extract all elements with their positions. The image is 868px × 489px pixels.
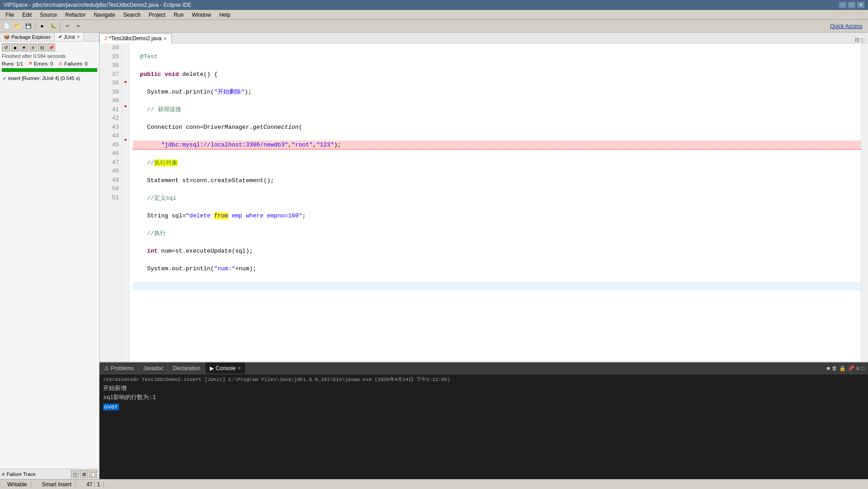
quick-access-link[interactable]: Quick Access (830, 23, 866, 29)
console-terminated-line: <terminated> TestJdbcDemo2.insert [JUnit… (103, 376, 864, 384)
console-clear-icon[interactable]: 🗑 (832, 365, 837, 371)
menu-bar: File Edit Source Refactor Navigate Searc… (0, 10, 868, 20)
junit-panel: ↺ ■ ▼ ≡ ⊟ 📌 Finished after 0.584 seconds… (0, 42, 99, 84)
junit-history[interactable]: ▼ (20, 43, 28, 52)
line-43: String sql="delete from emp where empno=… (133, 212, 861, 221)
menu-project[interactable]: Project (145, 11, 169, 19)
errors-label: Errors: 0 (34, 61, 53, 66)
junit-icon: ✔ (58, 34, 62, 40)
bottom-panel: ⚠ Problems Javadoc Declaration ▶ Console… (99, 362, 868, 479)
console-stop-icon[interactable]: ■ (826, 365, 830, 371)
console-line-1: 开始新增 (103, 384, 864, 394)
menu-window[interactable]: Window (188, 11, 215, 19)
console-pin-icon[interactable]: 📌 (848, 365, 854, 371)
line-51 (133, 353, 861, 362)
undo-button[interactable]: ↩ (62, 21, 72, 31)
tab-problems[interactable]: ⚠ Problems (99, 362, 139, 374)
marker-gutter: ● ● ● (122, 43, 129, 362)
line-45: int num=st.executeUpdate(sql); (133, 247, 861, 256)
title-text: VIPSpace - jdbc/src/main/java/cn/tedu/jd… (4, 2, 192, 8)
failures-label: Failures: 0 (64, 61, 87, 66)
tab-junit[interactable]: ✔ JUnit ✕ (55, 33, 84, 41)
failure-trace-icon: ≡ (2, 471, 5, 477)
progress-bar (2, 68, 97, 72)
tab-declaration[interactable]: Declaration (168, 362, 205, 374)
trace-expand[interactable]: ⊞ (80, 470, 88, 478)
insert-mode-status: Smart Insert (38, 481, 75, 488)
menu-run[interactable]: Run (170, 11, 187, 19)
tab-minimize-icon[interactable]: ⊟ (855, 37, 859, 43)
line-44: //执行 (133, 229, 861, 238)
save-button[interactable]: 💾 (24, 21, 33, 31)
line-39: "jdbc:mysql://localhost:3306/newdb3","ro… (133, 141, 861, 150)
code-area[interactable]: 34 35 36 37 38 39 40 41 42 43 44 45 46 4… (99, 43, 868, 362)
junit-pin[interactable]: 📌 (47, 43, 55, 52)
junit-filter[interactable]: ⊟ (38, 43, 46, 52)
new-button[interactable]: 📄 (2, 21, 12, 31)
tab-javadoc[interactable]: Javadoc (139, 362, 169, 374)
close-button[interactable]: ✕ (857, 2, 864, 8)
console-scroll-lock-icon[interactable]: 🔒 (839, 365, 846, 371)
failure-trace-panel: ≡ Failure Trace ◻ ⊞ 📋 (0, 469, 99, 479)
menu-source[interactable]: Source (36, 11, 61, 19)
menu-edit[interactable]: Edit (19, 11, 35, 19)
tab-label: *TestJdbcDemo2.java (109, 35, 161, 42)
tab-testjdbcdemo2[interactable]: J *TestJdbcDemo2.java ✕ (99, 33, 172, 43)
menu-file[interactable]: File (2, 11, 18, 19)
junit-refresh[interactable]: ↺ (2, 43, 10, 52)
marker-45: ● (122, 136, 129, 143)
junit-layout[interactable]: ≡ (29, 43, 37, 52)
console-maximize-icon[interactable]: □ (861, 365, 864, 371)
failure-trace-header: ≡ Failure Trace ◻ ⊞ 📋 (0, 469, 99, 479)
maximize-button[interactable]: □ (848, 2, 855, 8)
trace-copy[interactable]: 📋 (89, 470, 97, 478)
main-layout: 📦 Package Explorer ✔ JUnit ✕ ↺ ■ ▼ ≡ ⊟ 📌… (0, 33, 868, 479)
redo-button[interactable]: ↪ (73, 21, 83, 31)
junit-stats: Runs: 1/1 ✕ Errors: 0 ⚠ Failures: 0 (2, 61, 97, 66)
tab-maximize-icon[interactable]: □ (861, 37, 864, 43)
marker-41: ● (122, 103, 129, 110)
marker-38: ● (122, 79, 129, 85)
line-47[interactable] (133, 282, 861, 291)
debug-button[interactable]: 🐛 (48, 21, 58, 31)
code-content[interactable]: @Test public void delete() { System.out.… (129, 43, 861, 362)
menu-help[interactable]: Help (216, 11, 234, 19)
menu-navigate[interactable]: Navigate (90, 11, 118, 19)
minimize-button[interactable]: ─ (839, 2, 846, 8)
status-bar: Writable Smart Insert 47 : 1 (0, 479, 868, 489)
console-layout-icon[interactable]: ≡ (856, 365, 859, 371)
open-button[interactable]: 📂 (13, 21, 23, 31)
console-line-3: over (103, 403, 864, 412)
writable-status: Writable (4, 481, 31, 488)
junit-stop[interactable]: ■ (11, 43, 19, 52)
scroll-gutter[interactable] (861, 43, 868, 362)
console-line-2: sql影响的行数为:1 (103, 393, 864, 403)
runs-stat: Runs: 1/1 (2, 61, 23, 66)
tab-icons: ⊟ □ (855, 37, 868, 43)
menu-refactor[interactable]: Refactor (61, 11, 89, 19)
junit-close[interactable]: ✕ (76, 34, 80, 39)
declaration-label: Declaration (173, 365, 200, 371)
failures-stat: ⚠ Failures: 0 (58, 61, 87, 66)
console-icon: ▶ (210, 365, 214, 371)
title-bar-buttons[interactable]: ─ □ ✕ (839, 2, 864, 8)
package-explorer-label: Package Explorer (11, 34, 51, 40)
problems-label: Problems (111, 365, 134, 371)
trace-collapse[interactable]: ◻ (71, 470, 79, 478)
java-file-icon: J (104, 35, 107, 42)
run-button[interactable]: ▶ (38, 21, 47, 31)
test-pass-icon: ✔ (3, 76, 6, 81)
tab-close-button[interactable]: ✕ (163, 36, 167, 41)
line-41: Statement st=conn.createStatement(); (133, 176, 861, 185)
failure-trace-label: Failure Trace (6, 471, 35, 477)
menu-search[interactable]: Search (120, 11, 144, 19)
tab-console[interactable]: ▶ Console ✕ (205, 362, 246, 374)
javadoc-label: Javadoc (143, 365, 164, 371)
junit-test-item[interactable]: ✔ insert [Runner: JUnit 4] (0.545 s) (2, 75, 97, 82)
line-numbers: 34 35 36 37 38 39 40 41 42 43 44 45 46 4… (99, 43, 122, 362)
problems-icon: ⚠ (104, 365, 109, 371)
console-content: <terminated> TestJdbcDemo2.insert [JUnit… (99, 374, 868, 479)
console-close[interactable]: ✕ (237, 366, 241, 371)
errors-stat: ✕ Errors: 0 (28, 61, 53, 66)
tab-package-explorer[interactable]: 📦 Package Explorer (0, 33, 55, 41)
